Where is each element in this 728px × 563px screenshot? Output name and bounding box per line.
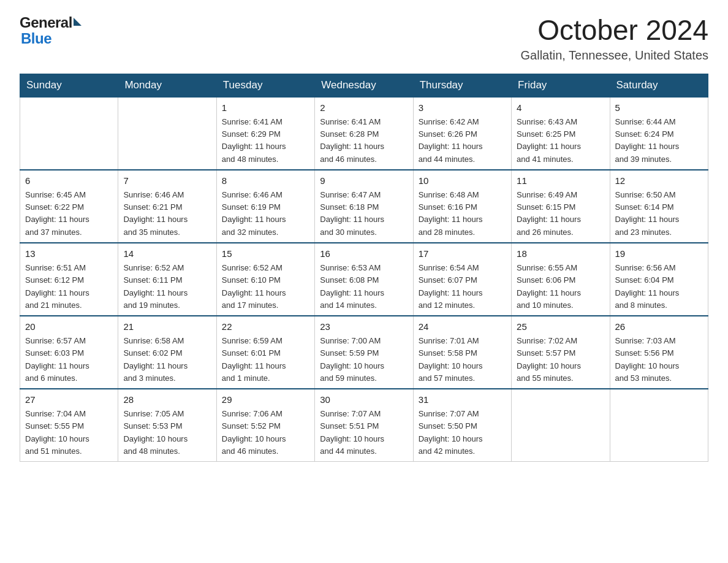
calendar-cell: 13Sunrise: 6:51 AM Sunset: 6:12 PM Dayli… — [20, 243, 118, 316]
calendar-cell: 2Sunrise: 6:41 AM Sunset: 6:28 PM Daylig… — [315, 97, 413, 170]
day-number: 17 — [419, 247, 506, 261]
day-header-wednesday: Wednesday — [315, 74, 413, 97]
calendar-cell: 25Sunrise: 7:02 AM Sunset: 5:57 PM Dayli… — [512, 316, 610, 389]
day-info: Sunrise: 6:58 AM Sunset: 6:02 PM Dayligh… — [123, 335, 211, 385]
day-number: 13 — [25, 247, 113, 261]
calendar-cell: 17Sunrise: 6:54 AM Sunset: 6:07 PM Dayli… — [413, 243, 511, 316]
day-number: 26 — [615, 320, 703, 334]
day-info: Sunrise: 6:42 AM Sunset: 6:26 PM Dayligh… — [419, 116, 506, 166]
calendar-cell: 7Sunrise: 6:46 AM Sunset: 6:21 PM Daylig… — [118, 170, 216, 243]
day-info: Sunrise: 7:04 AM Sunset: 5:55 PM Dayligh… — [25, 408, 113, 458]
calendar-cell: 14Sunrise: 6:52 AM Sunset: 6:11 PM Dayli… — [118, 243, 216, 316]
calendar-cell — [610, 389, 708, 462]
day-number: 5 — [615, 101, 703, 115]
day-info: Sunrise: 6:52 AM Sunset: 6:11 PM Dayligh… — [123, 262, 211, 312]
day-number: 4 — [517, 101, 604, 115]
week-row-3: 13Sunrise: 6:51 AM Sunset: 6:12 PM Dayli… — [20, 243, 708, 316]
calendar-cell: 9Sunrise: 6:47 AM Sunset: 6:18 PM Daylig… — [315, 170, 413, 243]
calendar-cell: 27Sunrise: 7:04 AM Sunset: 5:55 PM Dayli… — [20, 389, 118, 462]
calendar-cell: 26Sunrise: 7:03 AM Sunset: 5:56 PM Dayli… — [610, 316, 708, 389]
day-number: 9 — [320, 174, 408, 188]
calendar-cell: 24Sunrise: 7:01 AM Sunset: 5:58 PM Dayli… — [413, 316, 511, 389]
day-info: Sunrise: 6:46 AM Sunset: 6:21 PM Dayligh… — [123, 189, 211, 239]
day-number: 2 — [320, 101, 408, 115]
day-number: 24 — [419, 320, 506, 334]
day-number: 10 — [419, 174, 506, 188]
day-info: Sunrise: 7:05 AM Sunset: 5:53 PM Dayligh… — [123, 408, 211, 458]
day-number: 28 — [123, 393, 211, 407]
page-title: October 2024 — [521, 15, 708, 46]
week-row-4: 20Sunrise: 6:57 AM Sunset: 6:03 PM Dayli… — [20, 316, 708, 389]
day-info: Sunrise: 6:55 AM Sunset: 6:06 PM Dayligh… — [517, 262, 604, 312]
day-info: Sunrise: 6:47 AM Sunset: 6:18 PM Dayligh… — [320, 189, 408, 239]
day-header-saturday: Saturday — [610, 74, 708, 97]
day-info: Sunrise: 6:57 AM Sunset: 6:03 PM Dayligh… — [25, 335, 113, 385]
day-header-sunday: Sunday — [20, 74, 118, 97]
day-info: Sunrise: 6:49 AM Sunset: 6:15 PM Dayligh… — [517, 189, 604, 239]
calendar-cell: 18Sunrise: 6:55 AM Sunset: 6:06 PM Dayli… — [512, 243, 610, 316]
day-info: Sunrise: 6:44 AM Sunset: 6:24 PM Dayligh… — [615, 116, 703, 166]
day-number: 14 — [123, 247, 211, 261]
day-info: Sunrise: 7:07 AM Sunset: 5:51 PM Dayligh… — [320, 408, 408, 458]
day-info: Sunrise: 7:07 AM Sunset: 5:50 PM Dayligh… — [419, 408, 506, 458]
week-row-5: 27Sunrise: 7:04 AM Sunset: 5:55 PM Dayli… — [20, 389, 708, 462]
day-number: 15 — [222, 247, 309, 261]
day-info: Sunrise: 6:48 AM Sunset: 6:16 PM Dayligh… — [419, 189, 506, 239]
day-header-thursday: Thursday — [413, 74, 511, 97]
title-section: October 2024 Gallatin, Tennessee, United… — [521, 15, 708, 63]
logo-arrow-icon — [74, 18, 82, 26]
day-header-tuesday: Tuesday — [216, 74, 314, 97]
calendar-cell: 8Sunrise: 6:46 AM Sunset: 6:19 PM Daylig… — [216, 170, 314, 243]
page-header: General Blue October 2024 Gallatin, Tenn… — [20, 15, 708, 63]
calendar-cell — [118, 97, 216, 170]
calendar-cell: 16Sunrise: 6:53 AM Sunset: 6:08 PM Dayli… — [315, 243, 413, 316]
day-number: 12 — [615, 174, 703, 188]
day-number: 19 — [615, 247, 703, 261]
day-info: Sunrise: 6:53 AM Sunset: 6:08 PM Dayligh… — [320, 262, 408, 312]
day-number: 29 — [222, 393, 309, 407]
day-info: Sunrise: 6:51 AM Sunset: 6:12 PM Dayligh… — [25, 262, 113, 312]
day-info: Sunrise: 7:02 AM Sunset: 5:57 PM Dayligh… — [517, 335, 604, 385]
day-number: 1 — [222, 101, 309, 115]
day-number: 11 — [517, 174, 604, 188]
day-number: 18 — [517, 247, 604, 261]
day-number: 16 — [320, 247, 408, 261]
day-number: 8 — [222, 174, 309, 188]
calendar-cell: 31Sunrise: 7:07 AM Sunset: 5:50 PM Dayli… — [413, 389, 511, 462]
calendar-cell: 20Sunrise: 6:57 AM Sunset: 6:03 PM Dayli… — [20, 316, 118, 389]
calendar-cell: 12Sunrise: 6:50 AM Sunset: 6:14 PM Dayli… — [610, 170, 708, 243]
page-subtitle: Gallatin, Tennessee, United States — [521, 48, 708, 63]
calendar-cell: 19Sunrise: 6:56 AM Sunset: 6:04 PM Dayli… — [610, 243, 708, 316]
calendar-cell: 30Sunrise: 7:07 AM Sunset: 5:51 PM Dayli… — [315, 389, 413, 462]
week-row-1: 1Sunrise: 6:41 AM Sunset: 6:29 PM Daylig… — [20, 97, 708, 170]
day-number: 23 — [320, 320, 408, 334]
calendar-cell: 28Sunrise: 7:05 AM Sunset: 5:53 PM Dayli… — [118, 389, 216, 462]
day-info: Sunrise: 6:56 AM Sunset: 6:04 PM Dayligh… — [615, 262, 703, 312]
day-number: 6 — [25, 174, 113, 188]
logo: General Blue — [20, 15, 83, 47]
day-number: 21 — [123, 320, 211, 334]
day-number: 3 — [419, 101, 506, 115]
calendar-cell: 29Sunrise: 7:06 AM Sunset: 5:52 PM Dayli… — [216, 389, 314, 462]
day-number: 20 — [25, 320, 113, 334]
day-header-friday: Friday — [512, 74, 610, 97]
calendar-cell: 5Sunrise: 6:44 AM Sunset: 6:24 PM Daylig… — [610, 97, 708, 170]
calendar-cell: 10Sunrise: 6:48 AM Sunset: 6:16 PM Dayli… — [413, 170, 511, 243]
day-number: 7 — [123, 174, 211, 188]
day-info: Sunrise: 6:41 AM Sunset: 6:28 PM Dayligh… — [320, 116, 408, 166]
day-info: Sunrise: 7:00 AM Sunset: 5:59 PM Dayligh… — [320, 335, 408, 385]
day-number: 30 — [320, 393, 408, 407]
calendar-cell — [20, 97, 118, 170]
week-row-2: 6Sunrise: 6:45 AM Sunset: 6:22 PM Daylig… — [20, 170, 708, 243]
day-number: 22 — [222, 320, 309, 334]
calendar-cell: 1Sunrise: 6:41 AM Sunset: 6:29 PM Daylig… — [216, 97, 314, 170]
day-number: 31 — [419, 393, 506, 407]
day-info: Sunrise: 6:54 AM Sunset: 6:07 PM Dayligh… — [419, 262, 506, 312]
calendar-cell: 4Sunrise: 6:43 AM Sunset: 6:25 PM Daylig… — [512, 97, 610, 170]
logo-general-text: General — [20, 15, 72, 31]
calendar-cell: 3Sunrise: 6:42 AM Sunset: 6:26 PM Daylig… — [413, 97, 511, 170]
logo-blue-text: Blue — [21, 31, 51, 47]
calendar-cell: 6Sunrise: 6:45 AM Sunset: 6:22 PM Daylig… — [20, 170, 118, 243]
day-info: Sunrise: 7:01 AM Sunset: 5:58 PM Dayligh… — [419, 335, 506, 385]
calendar-cell: 21Sunrise: 6:58 AM Sunset: 6:02 PM Dayli… — [118, 316, 216, 389]
